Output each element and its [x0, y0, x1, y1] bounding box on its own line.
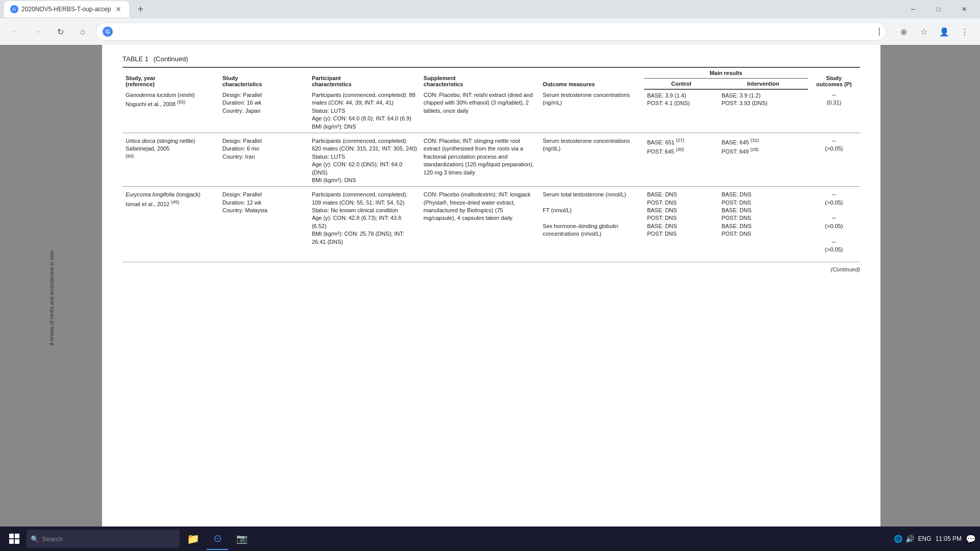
- study-char-cell: Design: Parallel Duration: 16 wk Country…: [219, 89, 309, 133]
- page-area: A review of herbs and testosterone in me…: [0, 45, 980, 551]
- table-title: TABLE 1 (Continued): [122, 55, 860, 63]
- menu-button[interactable]: ⋮: [955, 22, 974, 41]
- tab-favicon: G: [10, 5, 18, 13]
- study-char-cell: Design: Parallel Duration: 6 mo Country:…: [219, 133, 309, 186]
- right-sidebar: [880, 45, 980, 551]
- main-table: Study, year(reference) Studycharacterist…: [122, 67, 860, 258]
- study-outcome-cell: ↔(0.31): [808, 89, 860, 133]
- outcome-cell: Serum testosterone concentrations (ng/mL…: [540, 89, 644, 133]
- language-indicator: ENG: [918, 535, 932, 542]
- volume-icon[interactable]: 🔊: [905, 535, 914, 543]
- intervention-cell: BASE: 3.9 (1.2) POST: 3.93 (DNS): [719, 89, 808, 133]
- restore-button[interactable]: □: [927, 1, 950, 17]
- study-outcome-cell: ↔(>0.05) ↔(>0.05) ↔(>0.05): [808, 187, 860, 258]
- col-outcome-measures: Outcome measures: [540, 67, 644, 89]
- col-supplement-char: Supplementcharacteristics: [421, 67, 540, 89]
- window-controls: ─ □ ✕: [901, 1, 976, 17]
- participant-char-cell: Participants (commenced, completed): 620…: [309, 133, 421, 186]
- study-italic-name: Eurycoma longifolia: [126, 191, 175, 197]
- extensions-button[interactable]: ⊕: [894, 22, 913, 41]
- taskbar: 🔍 Search 📁 ⊙ 📷 🌐 🔊 ENG 11:05 PM 💬: [0, 527, 980, 551]
- taskbar-file-explorer[interactable]: 📁: [182, 528, 204, 550]
- table-row: Eurycoma longifolia (longjack) Ismail et…: [122, 187, 860, 258]
- intervention-cell: BASE: 645 (31) POST: 649 (29): [719, 133, 808, 186]
- continued-label: (Continued): [122, 266, 860, 272]
- title-bar: G 2020NOV5-HERBS-T-oup-accep ✕ + ─ □ ✕: [0, 0, 980, 18]
- start-button[interactable]: [4, 529, 24, 549]
- new-tab-button[interactable]: +: [133, 2, 148, 16]
- col-study-char: Studycharacteristics: [219, 67, 309, 89]
- browser-chrome: G 2020NOV5-HERBS-T-oup-accep ✕ + ─ □ ✕ ←…: [0, 0, 980, 45]
- supplement-char-cell: CON: Placebo (maltodextrin); INT: longja…: [421, 187, 540, 258]
- study-italic-name: Urtica dioca: [126, 138, 155, 144]
- address-bar[interactable]: G: [96, 22, 886, 41]
- tab-title: 2020NOV5-HERBS-T-oup-accep: [21, 6, 111, 13]
- clock-time: 11:05 PM: [936, 535, 962, 542]
- outcome-cell: Serum total testosterone (nmol/L) FT (nm…: [540, 187, 644, 258]
- participant-char-cell: Participants (commenced, completed): 88 …: [309, 89, 421, 133]
- outcome-cell: Serum testosterone concentrations (ng/dL…: [540, 133, 644, 186]
- bookmark-button[interactable]: ☆: [915, 22, 933, 41]
- vertical-text: A review of herbs and testosterone in me…: [49, 251, 55, 346]
- participant-char-cell: Participants (commenced, completed): 109…: [309, 187, 421, 258]
- profile-button[interactable]: 👤: [935, 22, 953, 41]
- col-participant-char: Participantcharacteristics: [309, 67, 421, 89]
- table-row: Urtica dioca (stinging nettle) Safarinej…: [122, 133, 860, 186]
- supplement-char-cell: CON: Placebo; INT: stinging nettle root …: [421, 133, 540, 186]
- control-cell: BASE: DNS POST: DNS BASE: DNS POST: DNS …: [644, 187, 719, 258]
- system-icons: 🌐 🔊: [894, 535, 914, 543]
- google-icon: G: [103, 27, 113, 37]
- chrome-icon: ⊙: [213, 532, 222, 544]
- col-intervention: Intervention: [719, 79, 808, 90]
- control-cell: BASE: 3.9 (1.4) POST: 4.1 (DNS): [644, 89, 719, 133]
- study-name-cell: Urtica dioca (stinging nettle) Safarinej…: [122, 133, 219, 186]
- left-sidebar: A review of herbs and testosterone in me…: [0, 45, 102, 551]
- camera-icon: 📷: [236, 533, 248, 544]
- windows-logo-icon: [9, 534, 19, 544]
- col-main-results: Main results: [644, 67, 808, 79]
- network-icon[interactable]: 🌐: [894, 535, 902, 543]
- back-button[interactable]: ←: [6, 22, 24, 41]
- col-study-year: Study, year(reference): [122, 67, 219, 89]
- browser-tab[interactable]: G 2020NOV5-HERBS-T-oup-accep ✕: [4, 1, 129, 17]
- content-area: TABLE 1 (Continued) Study, year(referenc…: [102, 45, 880, 551]
- taskbar-search[interactable]: 🔍 Search: [27, 530, 180, 548]
- refresh-button[interactable]: ↻: [51, 22, 69, 41]
- study-name-cell: Ganoderma lucidum (reishi) Noguchi et al…: [122, 89, 219, 133]
- study-name-cell: Eurycoma longifolia (longjack) Ismail et…: [122, 187, 219, 258]
- nav-right-buttons: ⊕ ☆ 👤 ⋮: [894, 22, 974, 41]
- taskbar-chrome[interactable]: ⊙: [206, 528, 229, 550]
- notification-button[interactable]: 💬: [966, 534, 976, 544]
- table-header-row-1: Study, year(reference) Studycharacterist…: [122, 67, 860, 79]
- supplement-char-cell: CON: Placebo; INT: reishi extract (dried…: [421, 89, 540, 133]
- intervention-cell: BASE: DNS POST: DNS BASE: DNS POST: DNS …: [719, 187, 808, 258]
- taskbar-right: 🌐 🔊 ENG 11:05 PM 💬: [894, 534, 976, 544]
- taskbar-camera[interactable]: 📷: [231, 528, 253, 550]
- close-button[interactable]: ✕: [952, 1, 976, 17]
- control-cell: BASE: 651 (27) POST: 645 (30): [644, 133, 719, 186]
- study-italic-name: Ganoderma lucidum: [126, 92, 176, 98]
- nav-bar: ← → ↻ ⌂ G ⊕ ☆ 👤 ⋮: [0, 18, 980, 45]
- tab-close-button[interactable]: ✕: [114, 5, 123, 14]
- study-outcome-cell: ↔(>0.05): [808, 133, 860, 186]
- forward-button[interactable]: →: [29, 22, 47, 41]
- table-row: Ganoderma lucidum (reishi) Noguchi et al…: [122, 89, 860, 133]
- home-button[interactable]: ⌂: [74, 22, 92, 41]
- col-study-outcomes: Studyoutcomes (P): [808, 67, 860, 89]
- address-cursor: [879, 28, 879, 36]
- table-continued-label: (Continued): [154, 55, 188, 63]
- table-title-label: TABLE 1: [122, 55, 149, 63]
- study-char-cell: Design: Parallel Duration: 12 wk Country…: [219, 187, 309, 258]
- search-placeholder: Search: [42, 535, 63, 543]
- minimize-button[interactable]: ─: [901, 1, 925, 17]
- col-control: Control: [644, 79, 719, 90]
- file-explorer-icon: 📁: [187, 533, 200, 545]
- search-icon: 🔍: [31, 535, 39, 543]
